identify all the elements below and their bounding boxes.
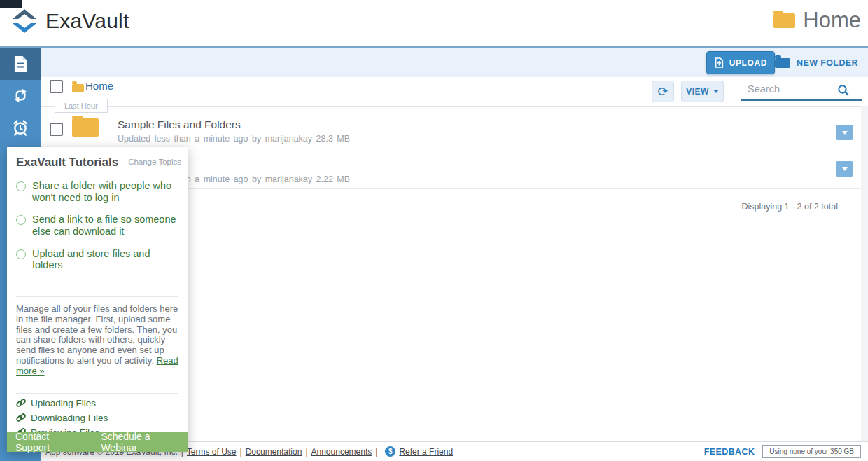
location-label: Home bbox=[803, 8, 861, 33]
tutorials-popup-header: ExaVault Tutorials Change Topics bbox=[7, 147, 188, 170]
time-filter-tab: Last Hour bbox=[55, 99, 108, 113]
dollar-icon: $ bbox=[385, 446, 396, 457]
document-icon bbox=[13, 55, 28, 73]
list-summary: Displaying 1 - 2 of 2 total bbox=[741, 202, 838, 212]
chevron-down-icon bbox=[842, 131, 848, 135]
link-label: Uploading Files bbox=[31, 398, 96, 408]
row-name[interactable]: Sample Files and Folders bbox=[118, 118, 241, 131]
upload-button-label: UPLOAD bbox=[729, 58, 767, 68]
home-folder-icon bbox=[774, 13, 795, 28]
select-all-checkbox[interactable] bbox=[50, 80, 63, 93]
radio-button-icon[interactable] bbox=[16, 181, 26, 191]
scrollbar-track[interactable] bbox=[861, 106, 868, 441]
new-folder-button[interactable]: NEW FOLDER bbox=[775, 55, 858, 71]
upload-button[interactable]: UPLOAD bbox=[706, 51, 775, 74]
footer-separator: | bbox=[375, 447, 377, 457]
current-location: Home bbox=[774, 8, 861, 33]
popup-divider bbox=[16, 393, 178, 394]
tutorials-popup: ExaVault Tutorials Change Topics Share a… bbox=[7, 147, 188, 452]
tutorials-popup-footer: Contact Support Schedule a Webinar bbox=[7, 432, 188, 452]
new-folder-icon bbox=[775, 58, 790, 68]
logo-text: ExaVault bbox=[46, 9, 129, 33]
radio-button-icon[interactable] bbox=[16, 215, 26, 225]
tutorial-topic-share-folder[interactable]: Share a folder with people who won't nee… bbox=[16, 180, 178, 203]
exavault-logo-icon bbox=[11, 8, 38, 34]
row-actions-button[interactable] bbox=[836, 161, 853, 177]
link-label: Downloading Files bbox=[31, 413, 108, 423]
alarm-clock-icon bbox=[12, 119, 29, 136]
view-dropdown-button[interactable]: VIEW bbox=[681, 81, 724, 102]
breadcrumb-folder-icon bbox=[72, 84, 84, 92]
uploading-files-link[interactable]: Uploading Files bbox=[16, 398, 178, 408]
change-topics-link[interactable]: Change Topics bbox=[128, 158, 181, 166]
window-corner bbox=[0, 0, 22, 8]
refresh-button[interactable]: ⟳ bbox=[652, 81, 674, 102]
storage-usage-badge: Using none of your 350 GB bbox=[762, 445, 861, 458]
tutorial-topic-upload-store[interactable]: Upload and store files and folders bbox=[16, 248, 178, 271]
row-actions-button[interactable] bbox=[836, 125, 853, 140]
footer-separator: | bbox=[240, 447, 242, 457]
row-checkbox[interactable] bbox=[50, 123, 63, 136]
tutorials-title: ExaVault Tutorials bbox=[16, 156, 118, 170]
breadcrumb-home[interactable]: Home bbox=[85, 80, 113, 92]
top-header: ExaVault Home bbox=[0, 0, 868, 48]
topic-label: Upload and store files and folders bbox=[32, 248, 178, 271]
tutorial-description: Manage all of your files and folders her… bbox=[16, 304, 178, 377]
search-icon[interactable] bbox=[837, 84, 850, 97]
row-details: Updated less than a minute ago by marija… bbox=[118, 134, 350, 144]
footer-right-cluster: FEEDBACK Using none of your 350 GB bbox=[704, 442, 861, 461]
terms-of-use-link[interactable]: Terms of Use bbox=[187, 447, 237, 457]
schedule-webinar-link[interactable]: Schedule a Webinar bbox=[101, 431, 188, 453]
popup-divider bbox=[16, 296, 178, 297]
contact-support-link[interactable]: Contact Support bbox=[15, 431, 85, 453]
documentation-link[interactable]: Documentation bbox=[246, 447, 302, 457]
tutorial-topic-send-link[interactable]: Send a link to a file so someone else ca… bbox=[16, 214, 178, 237]
refresh-icon: ⟳ bbox=[657, 84, 668, 99]
folder-icon bbox=[72, 118, 99, 137]
topic-label: Send a link to a file so someone else ca… bbox=[32, 214, 178, 237]
repeat-icon bbox=[13, 88, 29, 104]
footer-separator: | bbox=[305, 447, 307, 457]
tutorial-description-text: Manage all of your files and folders her… bbox=[16, 303, 178, 366]
exavault-logo[interactable]: ExaVault bbox=[11, 8, 129, 34]
exavault-app: ExaVault Home bbox=[0, 0, 868, 461]
table-row-sample-files[interactable]: Sample Files and Folders Updated less th… bbox=[41, 107, 861, 151]
chevron-down-icon bbox=[713, 90, 719, 93]
view-button-label: VIEW bbox=[686, 87, 709, 97]
sidebar-item-recent-activity[interactable] bbox=[0, 111, 41, 143]
topic-label: Share a folder with people who won't nee… bbox=[32, 180, 178, 203]
announcements-link[interactable]: Announcements bbox=[312, 447, 372, 457]
radio-button-icon[interactable] bbox=[16, 249, 26, 259]
link-icon bbox=[16, 413, 26, 422]
link-icon bbox=[16, 398, 26, 408]
refer-a-friend-link[interactable]: Refer a Friend bbox=[399, 447, 453, 457]
downloading-files-link[interactable]: Downloading Files bbox=[16, 413, 178, 423]
feedback-button[interactable]: FEEDBACK bbox=[704, 447, 755, 457]
chevron-down-icon bbox=[842, 167, 848, 171]
new-folder-label: NEW FOLDER bbox=[797, 58, 858, 68]
upload-icon bbox=[714, 57, 724, 69]
action-toolbar: UPLOAD NEW FOLDER bbox=[41, 48, 868, 77]
sidebar-item-shares[interactable] bbox=[0, 80, 41, 111]
sidebar-item-file-manager[interactable] bbox=[0, 48, 41, 80]
